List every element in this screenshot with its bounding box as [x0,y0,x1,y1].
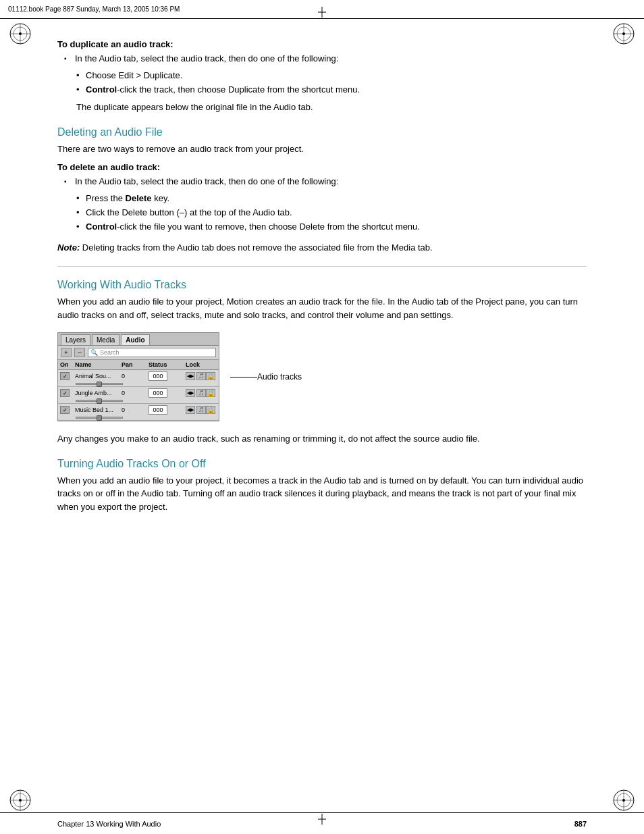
corner-decoration-bl [8,788,32,812]
col-extra [206,361,217,368]
footer-page: 887 [574,820,587,828]
audio-track-row-3: ✓ Music Bed 1... 0 000 ◀▶ 🎵 🔒 [58,404,219,421]
delete-sub-list: Press the Delete key. Click the Delete b… [76,192,587,234]
list-item: Choose Edit > Duplicate. [76,69,587,83]
corner-decoration-tr [612,22,636,46]
track-on-checkbox-2[interactable]: ✓ [60,389,70,397]
track-on-checkbox-1[interactable]: ✓ [60,372,70,380]
delete-bold-label: To delete an audio track: [57,162,587,172]
duplicate-section: To duplicate an audio track: In the Audi… [57,39,587,114]
track-status-1: ◀▶ 🎵 [186,372,206,380]
duplicate-sub-list: Choose Edit > Duplicate. Control-click t… [76,69,587,97]
track-top-2: ✓ Jungle Amb... 0 000 ◀▶ 🎵 🔒 [58,387,219,399]
svg-point-4 [19,32,22,35]
mute-button-3[interactable]: ◀▶ [186,406,195,414]
svg-point-19 [622,799,625,802]
turning-section: Turning Audio Tracks On or Off When you … [57,458,587,514]
search-box[interactable]: 🔍 Search [88,348,216,357]
col-name: Name [75,361,122,368]
col-status: Status [149,361,186,368]
tab-audio[interactable]: Audio [121,334,149,345]
bottom-center-mark [318,814,326,827]
track-name-3: Music Bed 1... [75,407,122,413]
tab-layers[interactable]: Layers [61,334,90,345]
panel-column-headers: On Name Pan Status Lock [58,360,219,370]
page-container: 01112.book Page 887 Sunday, March 13, 20… [0,0,644,834]
audio-track-row-2: ✓ Jungle Amb... 0 000 ◀▶ 🎵 🔒 [58,387,219,404]
col-pan: Pan [122,361,149,368]
lock-button-1[interactable]: 🔒 [206,372,215,380]
note-body: Deleting tracks from the Audio tab does … [80,242,432,253]
add-track-button[interactable]: + [61,348,72,357]
audio-tracks-figure: Layers Media Audio + – 🔍 Search [57,332,587,421]
list-item: Control-click the file you want to remov… [76,220,587,234]
callout-line [230,377,257,377]
duplicate-bullet-top: In the Audio tab, select the audio track… [64,52,587,66]
solo-button-3[interactable]: 🎵 [196,406,206,414]
track-status-2: ◀▶ 🎵 [186,389,206,397]
track-top-3: ✓ Music Bed 1... 0 000 ◀▶ 🎵 🔒 [58,404,219,416]
pan-slider-1[interactable] [76,383,123,385]
top-center-mark [318,7,326,20]
track-top-1: ✓ Animal Sou... 0 000 ◀▶ 🎵 🔒 [58,370,219,382]
track-pan-display-2: 000 [149,388,167,398]
corner-decoration-br [612,788,636,812]
track-pan-val-3: 0 [122,407,149,413]
list-item: Click the Delete button (–) at the top o… [76,206,587,220]
note-text: Note: Deleting tracks from the Audio tab… [57,241,587,255]
deleting-intro: There are two ways to remove an audio tr… [57,142,587,156]
main-content: To duplicate an audio track: In the Audi… [57,19,587,793]
working-heading: Working With Audio Tracks [57,279,587,291]
turning-intro: When you add an audio file to your proje… [57,474,587,514]
mute-button-2[interactable]: ◀▶ [186,389,195,397]
track-on-checkbox-3[interactable]: ✓ [60,406,70,414]
panel-tabs: Layers Media Audio [58,333,219,346]
pan-slider-3[interactable] [76,417,123,419]
track-name-2: Jungle Amb... [75,390,122,396]
col-on: On [60,361,75,368]
header-text: 01112.book Page 887 Sunday, March 13, 20… [8,5,180,13]
track-pan-val-1: 0 [122,373,149,380]
panel-toolbar: + – 🔍 Search [58,346,219,360]
working-intro: When you add an audio file to your proje… [57,295,587,321]
track-slider-1 [58,382,219,386]
deleting-section: Deleting an Audio File There are two way… [57,126,587,254]
track-status-3: ◀▶ 🎵 [186,406,206,414]
turning-heading: Turning Audio Tracks On or Off [57,458,587,470]
col-lock: Lock [186,361,206,368]
search-placeholder: Search [100,349,119,356]
footer-chapter: Chapter 13 Working With Audio [57,820,161,828]
track-pan-display-3: 000 [149,405,167,415]
note-label: Note: [57,242,80,253]
track-slider-3 [58,416,219,420]
track-name-1: Animal Sou... [75,373,122,380]
pan-slider-2[interactable] [76,400,123,402]
delete-bullet-top: In the Audio tab, select the audio track… [64,175,587,189]
lock-button-3[interactable]: 🔒 [206,406,215,414]
search-icon: 🔍 [90,349,98,356]
lock-button-2[interactable]: 🔒 [206,389,215,397]
duplicate-trailing: The duplicate appears below the original… [76,101,587,114]
corner-decoration-tl [8,22,32,46]
solo-button-1[interactable]: 🎵 [196,372,206,380]
section-divider [57,266,587,267]
callout: Audio tracks [230,372,302,382]
audio-panel: Layers Media Audio + – 🔍 Search [57,332,219,421]
deleting-heading: Deleting an Audio File [57,126,587,138]
callout-label: Audio tracks [257,372,302,382]
mute-button-1[interactable]: ◀▶ [186,372,195,380]
list-item: Control-click the track, then choose Dup… [76,83,587,97]
list-item: Press the Delete key. [76,192,587,206]
remove-track-button[interactable]: – [74,348,85,357]
duplicate-bold-label: To duplicate an audio track: [57,39,587,49]
track-pan-display-1: 000 [149,371,167,381]
track-slider-2 [58,399,219,403]
track-pan-val-2: 0 [122,390,149,396]
audio-track-row-1: ✓ Animal Sou... 0 000 ◀▶ 🎵 🔒 [58,370,219,387]
solo-button-2[interactable]: 🎵 [196,389,206,397]
svg-point-14 [19,799,22,802]
working-section: Working With Audio Tracks When you add a… [57,279,587,446]
tab-media[interactable]: Media [92,334,119,345]
svg-point-9 [622,32,625,35]
after-figure-text: Any changes you make to an audio track, … [57,432,587,446]
